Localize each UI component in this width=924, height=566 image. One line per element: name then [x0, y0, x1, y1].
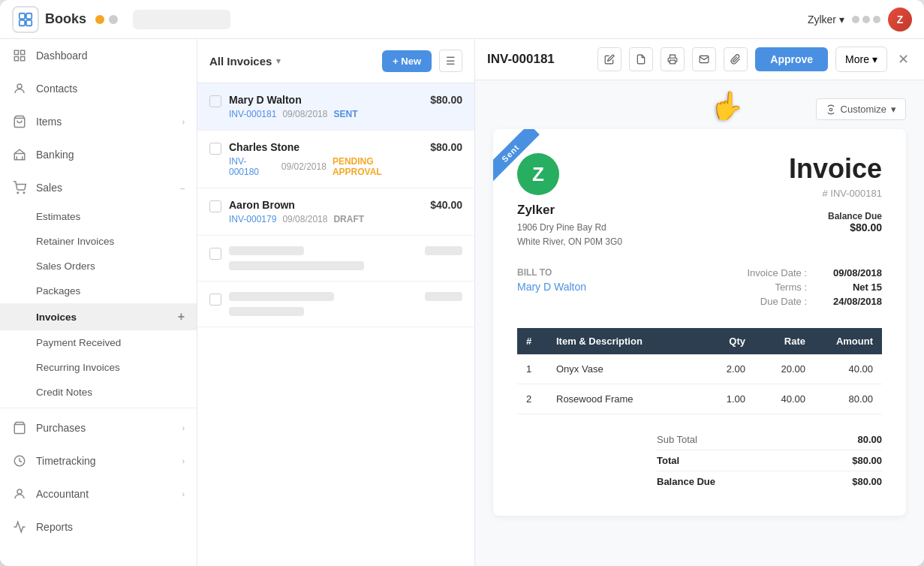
bill-meta-row: Bill To Mary D Walton Invoice Date : 09/…	[517, 267, 882, 310]
invoice-panel-header: All Invoices ▾ + New ☰	[197, 39, 474, 83]
terms-label: Terms :	[775, 281, 807, 293]
invoice-amount-0: $80.00	[430, 94, 462, 106]
items-table-body: 1 Onyx Vase 2.00 20.00 40.00 2 Rosewood …	[517, 354, 882, 414]
sidebar-item-dashboard[interactable]: Dashboard	[0, 39, 197, 72]
attach-button[interactable]	[724, 47, 748, 71]
invoice-date-2: 09/08/2018	[282, 214, 327, 224]
more-button[interactable]: More ▾	[835, 47, 887, 72]
filter-options-button[interactable]: ☰	[439, 50, 462, 72]
sidebar-sub-retainer[interactable]: Retainer Invoices	[0, 229, 197, 254]
item-rate-0: 20.00	[754, 354, 814, 384]
line-item-0: 1 Onyx Vase 2.00 20.00 40.00	[517, 354, 882, 384]
sidebar-sub-packages[interactable]: Packages	[0, 278, 197, 303]
approve-button[interactable]: Approve	[755, 47, 828, 71]
invoice-name-2: Aaron Brown	[229, 199, 423, 211]
pdf-button[interactable]	[629, 47, 653, 71]
company-info: Z Zylker 1906 Dry Pine Bay Rd White Rive…	[517, 153, 622, 249]
traffic-light-yellow[interactable]	[95, 15, 104, 24]
timetracking-chevron-icon: ›	[182, 457, 185, 465]
subtotal-value: 80.00	[857, 434, 882, 445]
items-icon	[12, 114, 27, 129]
invoice-date-0: 09/08/2018	[282, 109, 327, 119]
invoice-date-1: 09/02/2018	[281, 161, 327, 172]
svg-rect-3	[26, 20, 32, 25]
invoice-row-0[interactable]: Mary D Walton INV-000181 09/08/2018 SENT…	[197, 83, 474, 131]
sidebar-item-accountant[interactable]: Accountant ›	[0, 477, 197, 510]
total-label: Total	[657, 455, 679, 466]
sidebar-item-contacts[interactable]: Contacts	[0, 72, 197, 105]
sidebar-sub-credit-notes[interactable]: Credit Notes	[0, 380, 197, 405]
avatar[interactable]: Z	[888, 8, 912, 32]
item-qty-1: 1.00	[694, 384, 754, 414]
svg-point-19	[829, 108, 832, 111]
invoice-checkbox-0[interactable]	[209, 95, 221, 107]
app-title: Books	[45, 11, 86, 27]
sidebar: Dashboard Contacts Items › Banking	[0, 39, 197, 566]
svg-point-17	[17, 489, 22, 494]
company-name: Zylker	[517, 203, 622, 218]
more-chevron-icon: ▾	[872, 53, 877, 65]
window-controls	[852, 16, 880, 23]
sidebar-sub-sales-orders[interactable]: Sales Orders	[0, 254, 197, 278]
edit-button[interactable]	[597, 47, 622, 71]
invoice-meta-2: INV-000179 09/08/2018 DRAFT	[229, 214, 423, 224]
invoice-info-1: Charles Stone INV-000180 09/02/2018 PEND…	[229, 141, 423, 177]
user-name: Zylker	[808, 14, 836, 26]
invoice-row-1[interactable]: Charles Stone INV-000180 09/02/2018 PEND…	[197, 131, 474, 188]
sidebar-item-timetracking[interactable]: Timetracking ›	[0, 444, 197, 477]
sidebar-item-items[interactable]: Items ›	[0, 105, 197, 138]
customize-button[interactable]: Customize ▾	[816, 98, 906, 120]
invoice-number-2: INV-000179	[229, 214, 276, 224]
sidebar-sub-payment[interactable]: Payment Received	[0, 330, 197, 355]
invoice-status-1: PENDING APPROVAL	[333, 156, 423, 177]
sidebar-item-banking[interactable]: Banking	[0, 138, 197, 171]
sidebar-sub-recurring[interactable]: Recurring Invoices	[0, 355, 197, 380]
invoice-status-2: DRAFT	[333, 214, 364, 224]
print-button[interactable]	[661, 47, 685, 71]
dot2[interactable]	[862, 16, 870, 23]
svg-rect-7	[21, 57, 25, 61]
accountant-icon	[12, 486, 27, 501]
invoice-number-1: INV-000180	[229, 156, 275, 177]
company-address-line2: White River, ON P0M 3G0	[517, 235, 622, 249]
sidebar-sub-invoices[interactable]: Invoices +	[0, 303, 197, 330]
balance-due-amount: $80.00	[789, 221, 882, 233]
customize-bar: Customize ▾	[493, 98, 906, 120]
invoice-header-row: Z Zylker 1906 Dry Pine Bay Rd White Rive…	[517, 153, 882, 249]
invoice-number-0: INV-000181	[229, 109, 276, 119]
sidebar-sub-estimates[interactable]: Estimates	[0, 204, 197, 229]
new-invoice-button[interactable]: + New	[382, 50, 432, 72]
email-button[interactable]	[692, 47, 716, 71]
subtotal-row: Sub Total 80.00	[657, 429, 882, 450]
invoice-checkbox-2[interactable]	[209, 200, 221, 212]
col-amount: Amount	[814, 328, 882, 354]
user-menu[interactable]: Zylker ▾	[808, 14, 844, 26]
dot1[interactable]	[852, 16, 859, 23]
invoice-row-2[interactable]: Aaron Brown INV-000179 09/08/2018 DRAFT …	[197, 188, 474, 236]
user-dropdown-icon: ▾	[839, 14, 844, 26]
items-chevron-icon: ›	[182, 118, 185, 126]
svg-point-14	[23, 192, 25, 194]
sales-icon	[12, 180, 27, 195]
close-button[interactable]: ✕	[895, 48, 912, 71]
svg-rect-0	[20, 13, 25, 18]
all-invoices-filter[interactable]: All Invoices ▾	[209, 55, 281, 68]
sidebar-item-sales[interactable]: Sales –	[0, 171, 197, 204]
svg-rect-4	[14, 50, 18, 54]
svg-rect-6	[14, 57, 18, 61]
invoice-document: Sent Z Zylker 1906 Dry Pine Bay Rd White…	[493, 129, 906, 516]
invoice-checkbox-1[interactable]	[209, 143, 221, 155]
invoice-info-0: Mary D Walton INV-000181 09/08/2018 SENT	[229, 94, 423, 119]
traffic-light-gray1[interactable]	[109, 15, 118, 24]
detail-invoice-id: INV-000181	[487, 52, 555, 67]
invoices-plus-icon[interactable]: +	[178, 310, 185, 324]
bill-to-name[interactable]: Mary D Walton	[517, 281, 586, 293]
invoice-skeleton-2	[197, 281, 474, 327]
item-rate-1: 40.00	[754, 384, 814, 414]
dot3[interactable]	[873, 16, 880, 23]
sidebar-item-purchases[interactable]: Purchases ›	[0, 411, 197, 444]
app-logo: Books	[12, 6, 86, 33]
invoice-list: Mary D Walton INV-000181 09/08/2018 SENT…	[197, 83, 474, 566]
sidebar-item-reports[interactable]: Reports	[0, 510, 197, 543]
invoice-status-0: SENT	[333, 109, 357, 119]
